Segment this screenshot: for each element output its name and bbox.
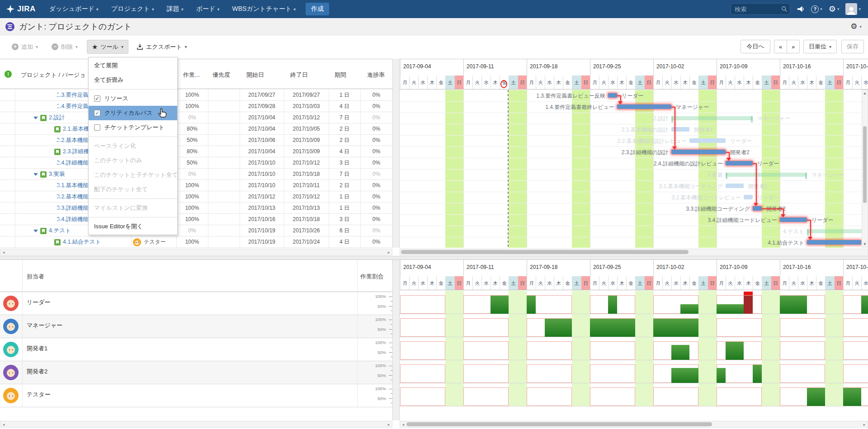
workload-bar (590, 318, 635, 337)
resource-row[interactable]: テスター100%50% (0, 384, 392, 407)
column-header-name[interactable]: プロジェクト / バージョ (21, 71, 86, 79)
menu-item-8[interactable]: このチケットのみ (89, 153, 177, 168)
help-menu[interactable]: ?▾ (811, 5, 822, 13)
resource-row[interactable]: 開発者1100%50% (0, 338, 392, 361)
menu-item-9[interactable]: このチケットと子チケット全て (89, 168, 177, 182)
column-header-priority[interactable]: 優先度 (212, 71, 230, 79)
collapse-caret-icon[interactable] (33, 117, 38, 119)
nav-item-3[interactable]: ボード▾ (190, 0, 226, 19)
menu-item-14[interactable]: Issue Editorを開く (89, 219, 177, 234)
nav-item-4[interactable]: WBSガントチャート▾ (226, 0, 302, 19)
column-header-work[interactable]: 作業... (183, 71, 200, 79)
gantt-bar-parent[interactable] (671, 116, 753, 120)
gantt-bar-critical[interactable] (753, 206, 762, 211)
save-button[interactable]: 保存 (841, 40, 864, 53)
table-row[interactable]: 2.設計0%2017/10/042017/10/127 日0% (0, 112, 392, 123)
time-unit-button[interactable]: 日単位▾ (803, 40, 837, 53)
column-header-assignee[interactable]: 担当者 (27, 273, 44, 281)
table-row[interactable]: 3.2.基本機能コードレビュー100%2017/10/122017/10/121… (0, 191, 392, 203)
task-name-link[interactable]: 4.テスト (49, 227, 71, 235)
table-hscrollbar[interactable]: ◂▸ (0, 249, 392, 255)
user-menu[interactable]: ▾ (845, 3, 861, 15)
gantt-bar-faded[interactable] (726, 184, 744, 188)
collapse-caret-icon[interactable] (33, 230, 38, 232)
gantt-bar-faded[interactable] (744, 195, 753, 199)
column-header-start[interactable]: 開始日 (246, 71, 264, 79)
column-header-end[interactable]: 終了日 (290, 71, 308, 79)
jira-logo[interactable]: JIRA (0, 5, 43, 14)
menu-item-12[interactable]: マイルストンに変換 (89, 201, 177, 215)
gantt-bar-critical[interactable] (780, 217, 807, 222)
gantt-day-label: 木 (427, 75, 436, 90)
create-button[interactable]: 作成 (306, 3, 329, 15)
menu-item-1[interactable]: 全て折畳み (89, 73, 177, 87)
gantt-bar-faded[interactable] (689, 138, 726, 143)
pane-splitter[interactable] (392, 59, 400, 248)
task-name-link[interactable]: 4.1.結合テスト (63, 238, 101, 246)
menu-item-3[interactable]: ✓リソース (89, 91, 177, 106)
goto-today-button[interactable]: 今日へ (741, 40, 770, 53)
table-row[interactable]: 2.4.詳細機能の設計レビュー50%2017/10/102017/10/123 … (0, 157, 392, 169)
table-row[interactable]: 1.3.要件定義書レビュー反映100%2017/09/272017/09/271… (0, 90, 392, 101)
nav-item-1[interactable]: プロジェクト▾ (105, 0, 160, 19)
gantt-bar-parent[interactable] (726, 173, 807, 177)
collapse-caret-icon[interactable] (33, 173, 38, 176)
add-button[interactable]: + 追加▾ (7, 40, 42, 54)
progress-cell: 0% (360, 101, 392, 112)
gantt-bar-critical[interactable] (671, 150, 726, 154)
task-name-link[interactable]: 3.実装 (49, 170, 65, 178)
scroll-left-button[interactable]: « (774, 40, 787, 53)
menu-item-0[interactable]: 全て展開 (89, 58, 177, 73)
table-row[interactable]: 3.実装0%2017/10/102017/10/187 日0% (0, 169, 392, 180)
gantt-hscrollbar-thumb[interactable] (401, 250, 689, 254)
table-row[interactable]: 2.1.基本機能の設計80%2017/10/042017/10/052 日0% (0, 123, 392, 135)
resource-row[interactable]: マネージャー100%50% (0, 315, 392, 338)
gantt-vscrollbar[interactable]: ▲ ▼ (862, 90, 868, 248)
table-row[interactable]: 3.1.基本機能コーディング100%2017/10/102017/10/112 … (0, 180, 392, 191)
table-row[interactable]: 3.4.詳細機能コードレビュー100%2017/10/162017/10/183… (0, 214, 392, 225)
resource-avatar (3, 296, 19, 311)
menu-item-10[interactable]: 配下のチケット全て (89, 182, 177, 197)
gantt-bar-faded[interactable] (671, 127, 689, 132)
task-name-link[interactable]: 2.設計 (49, 114, 65, 122)
menu-item-5[interactable]: チケットテンプレート (89, 120, 177, 135)
gantt-vscrollbar-thumb[interactable] (863, 126, 867, 203)
column-header-duration[interactable]: 期間 (335, 71, 346, 79)
gantt-bar-critical[interactable] (807, 240, 861, 245)
progress-cell: 0% (360, 236, 392, 248)
gantt-bar-critical[interactable] (726, 161, 753, 165)
column-header-progress[interactable]: 進捗率 (367, 71, 385, 79)
column-header-workratio[interactable]: 作業割合 (360, 273, 384, 281)
table-row[interactable]: 4.1.結合テストテスター100%2017/10/192017/10/244 日… (0, 236, 392, 248)
table-row[interactable]: 3.3.詳細機能コーディング100%2017/10/132017/10/131 … (0, 203, 392, 214)
admin-gear-menu[interactable]: ⚙▾ (829, 5, 840, 13)
resource-row[interactable]: 開発者2100%50% (0, 361, 392, 384)
resource-gantt-hscrollbar[interactable]: ◂ ▸ (400, 421, 868, 428)
delete-button[interactable]: − 削除▾ (47, 40, 82, 54)
announcement-icon[interactable] (797, 5, 805, 13)
table-row[interactable]: 2.2.基本機能の設計レビュー50%2017/10/062017/10/092 … (0, 135, 392, 146)
gantt-day-label: 木 (807, 75, 816, 90)
workload-bar (608, 295, 617, 314)
menu-item-7[interactable]: ベースライン化 (89, 139, 177, 153)
resource-table-hscrollbar[interactable]: ◂▸ (0, 421, 392, 428)
table-row[interactable]: 2.3.詳細機能の設計80%2017/10/042017/10/094 日0% (0, 146, 392, 157)
resource-row[interactable]: リーダー100%50% (0, 292, 392, 315)
start-date-cell: 2017/10/06 (240, 135, 284, 146)
pane-resize-handle[interactable] (0, 256, 868, 260)
tools-button[interactable]: ★ ツール▾ (87, 40, 128, 54)
page-settings-menu[interactable]: ⚙▾ (850, 22, 862, 31)
resource-name: 開発者2 (27, 368, 47, 376)
nav-item-2[interactable]: 課題▾ (160, 0, 190, 19)
export-button[interactable]: エクスポート▾ (132, 40, 192, 54)
scroll-right-button[interactable]: » (787, 40, 800, 53)
gantt-bar-critical[interactable] (617, 104, 671, 109)
resource-gantt-hscrollbar-thumb[interactable] (406, 422, 712, 426)
table-row[interactable]: 1.4.要件定義書最終レビュー100%2017/09/282017/10/034… (0, 101, 392, 112)
table-row[interactable]: 4.テストマネージ...0%2017/10/192017/10/266 日0% (0, 225, 392, 236)
pane-splitter-bottom[interactable] (392, 260, 400, 420)
gantt-hscrollbar[interactable] (400, 249, 868, 255)
gantt-bar-critical[interactable] (608, 93, 617, 98)
gantt-bar-parent[interactable] (807, 229, 868, 233)
nav-item-0[interactable]: ダッシュボード▾ (43, 0, 105, 19)
